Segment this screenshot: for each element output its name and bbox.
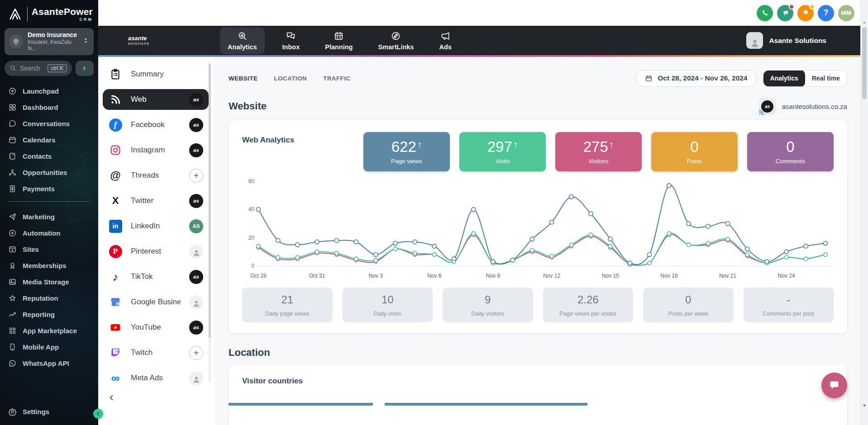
data-point	[589, 212, 593, 216]
header-brand-logo[interactable]: asante solutions	[128, 35, 149, 46]
sidebar-item-memberships[interactable]: Memberships	[0, 258, 98, 274]
channel-item-twitter[interactable]: X Twitter as	[103, 190, 209, 211]
channel-label: Web	[131, 95, 181, 104]
sidebar-item-media-storage[interactable]: Media Storage	[0, 274, 98, 290]
stat-card-visitors: 275↑ Visitors	[555, 132, 642, 171]
phone-button[interactable]	[757, 5, 773, 21]
sidebar-item-payments[interactable]: Payments	[0, 181, 98, 197]
daily-stat-label: Daily visitors	[471, 310, 504, 317]
help-button[interactable]: ?	[818, 5, 834, 21]
add-account-button[interactable]: +	[189, 169, 203, 183]
tab-analytics[interactable]: Analytics	[220, 27, 264, 54]
sidebar-item-conversations[interactable]: Conversations	[0, 116, 98, 132]
data-point	[726, 237, 730, 241]
tab-inbox[interactable]: Inbox	[275, 27, 308, 54]
header-account[interactable]: Asante Solutions	[746, 32, 826, 49]
facebook-icon: f	[109, 118, 122, 132]
content-tab-location[interactable]: LOCATION	[274, 75, 307, 82]
channel-item-tiktok[interactable]: ♪ TikTok as	[103, 266, 209, 287]
add-account-button[interactable]: +	[189, 346, 203, 360]
quick-actions-button[interactable]	[76, 61, 94, 76]
sidebar-item-opportunities[interactable]: Opportunities	[0, 165, 98, 181]
sidebar-item-contacts[interactable]: Contacts	[0, 148, 98, 165]
sidebar-item-app-marketplace[interactable]: App Marketplace	[0, 323, 98, 339]
sidebar-collapse-button[interactable]	[93, 409, 103, 419]
location-title: Location	[229, 347, 847, 359]
data-point	[608, 237, 612, 241]
site-selector[interactable]: as asantesolutions.co.za	[759, 98, 847, 115]
tab-planning[interactable]: Planning	[317, 27, 360, 54]
channels-collapse-button[interactable]	[107, 393, 116, 403]
toggle-option-analytics[interactable]: Analytics	[763, 70, 805, 87]
toggle-option-real-time[interactable]: Real time	[805, 70, 847, 87]
avatar-button[interactable]: MM	[838, 5, 854, 21]
channel-item-google-busine[interactable]: G Google Busine...	[103, 292, 209, 312]
series-line-visits	[258, 233, 825, 265]
channel-item-youtube[interactable]: YouTube as	[103, 317, 209, 338]
sidebar-item-reputation[interactable]: Reputation	[0, 290, 98, 307]
sidebar-item-marketing[interactable]: Marketing	[0, 209, 98, 225]
data-point	[569, 195, 573, 199]
channel-item-meta-ads[interactable]: ∞ Meta Ads	[103, 368, 209, 388]
bell-button[interactable]	[797, 5, 814, 21]
megaphone-button[interactable]	[777, 5, 793, 21]
contacts-icon	[8, 152, 17, 161]
location-card: Visitor countries	[229, 365, 847, 425]
sidebar-item-launchpad[interactable]: Launchpad	[0, 83, 98, 99]
search-shortcut-badge: ctrl K	[48, 64, 67, 72]
automation-icon	[8, 229, 17, 237]
channel-label: LinkedIn	[131, 222, 181, 231]
sidebar-item-dashboard[interactable]: Dashboard	[0, 99, 98, 116]
content-tab-website[interactable]: WEBSITE	[229, 75, 258, 82]
daily-stat-label: Comments per post	[763, 310, 814, 317]
tab-ads[interactable]: Ads	[431, 27, 459, 54]
sidebar-item-reporting[interactable]: Reporting	[0, 307, 98, 323]
channel-label: Summary	[131, 70, 181, 79]
channel-item-pinterest[interactable]: P Pinterest	[103, 241, 209, 262]
channel-item-web[interactable]: Web as	[103, 89, 209, 110]
whatsapp-icon	[8, 359, 17, 368]
channel-item-threads[interactable]: @ Threads +	[103, 165, 209, 186]
tab-label: Analytics	[228, 43, 257, 51]
sidebar-item-automation[interactable]: Automation	[0, 225, 98, 241]
content-area: WEBSITELOCATIONTRAFFIC Oct 28, 2024 - No…	[214, 57, 868, 425]
account-switcher[interactable]: Demo Insurance Insuarer, KwaZulu N...	[5, 28, 94, 55]
chat-widget-button[interactable]	[821, 373, 847, 398]
sidebar-item-whatsapp-api[interactable]: WhatsApp API	[0, 355, 98, 372]
stat-card-page-views: 622↑ Page views	[363, 132, 450, 171]
sidebar-item-calendars[interactable]: Calendars	[0, 132, 98, 148]
daily-stat-value: 0	[685, 293, 691, 306]
data-point	[393, 247, 397, 250]
x-axis-tick: Oct 31	[309, 273, 325, 279]
sidebar-item-mobile-app[interactable]: Mobile App	[0, 339, 98, 355]
date-range-picker[interactable]: Oct 28, 2024 - Nov 26, 2024	[636, 70, 756, 87]
site-domain: asantesolutions.co.za	[782, 103, 847, 110]
channel-item-summary[interactable]: Summary	[103, 64, 209, 85]
scroll-up-arrow[interactable]: ▲	[861, 20, 868, 24]
x-axis-tick: Nov 15	[602, 273, 619, 279]
data-point	[354, 240, 358, 244]
data-point	[374, 253, 378, 257]
daily-stat-value: -	[787, 293, 790, 306]
y-axis-tick: 40	[248, 206, 255, 212]
daily-stat-comments-per-post: - Comments per post	[744, 288, 834, 322]
channel-item-facebook[interactable]: f Facebook as	[103, 114, 209, 135]
content-tab-traffic[interactable]: TRAFFIC	[323, 75, 351, 82]
scroll-down-arrow[interactable]: ▼	[861, 403, 868, 408]
data-point	[393, 241, 397, 246]
sidebar-item-label: Payments	[23, 185, 55, 193]
analytics-icon	[237, 31, 248, 41]
memberships-icon	[8, 261, 17, 270]
page-scrollbar[interactable]: ▲ ▼	[860, 0, 868, 425]
sidebar-item-sites[interactable]: Sites	[0, 241, 98, 258]
data-point	[667, 231, 671, 235]
x-axis-tick: Nov 6	[427, 273, 442, 279]
scrollbar-thumb[interactable]	[862, 27, 867, 99]
tab-smartlinks[interactable]: SmartLinks	[370, 27, 421, 54]
channel-item-linkedin[interactable]: in LinkedIn AS	[103, 216, 209, 236]
channel-item-twitch[interactable]: Twitch +	[103, 342, 209, 363]
search-input[interactable]: Search ctrl K	[5, 61, 72, 76]
sidebar-item-settings[interactable]: Settings	[0, 403, 98, 420]
channels-scrollbar[interactable]	[209, 63, 211, 382]
channel-item-instagram[interactable]: Instagram as	[103, 140, 209, 161]
